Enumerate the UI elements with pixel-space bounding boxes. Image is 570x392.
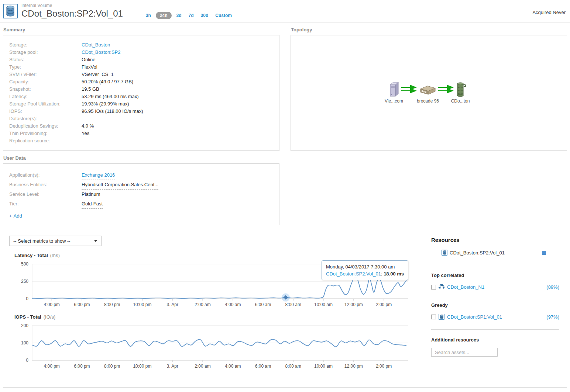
internal-volume-icon	[3, 4, 18, 18]
tooltip-timestamp: Monday, 04/03/2017 7:30:00 am	[326, 263, 404, 270]
user-data-row: Application(s):Exchange 2016	[9, 170, 273, 180]
user-data-row: Tier:Gold-Fast	[9, 199, 273, 209]
resource-checkbox[interactable]	[431, 315, 436, 319]
user-data-row: Business Entities:Hybridsoft Corporation…	[9, 180, 273, 190]
user-data-section-title: User Data	[3, 155, 567, 161]
main-content: Summary Storage:CDot_Boston Storage pool…	[0, 22, 570, 391]
field-label: SVM / vFiler:	[9, 71, 82, 78]
time-range-7d[interactable]: 7d	[186, 12, 196, 19]
correlated-resource-link[interactable]: CDot_Boston_N1	[447, 284, 484, 290]
node-icon	[439, 284, 444, 290]
field-label: Thin Provisioning:	[9, 130, 82, 137]
user-data-row: Service Level:Platinum	[9, 190, 273, 199]
svg-text:10:00 pm: 10:00 pm	[133, 302, 151, 307]
greedy-heading: Greedy	[431, 302, 559, 308]
svg-text:3. Apr: 3. Apr	[167, 302, 178, 307]
time-range-selector: 3h 24h 3d 7d 30d Custom	[144, 12, 234, 19]
svg-text:8:00 am: 8:00 am	[285, 302, 301, 307]
business-entities-value[interactable]: Hybridsoft Corporation.Sales.Cent...	[82, 180, 158, 190]
correlation-percent: (89%)	[546, 284, 559, 290]
search-assets-input[interactable]	[431, 348, 498, 357]
svg-text:4:00 pm: 4:00 pm	[44, 302, 59, 307]
snapshot-value: 19.5 GB	[82, 86, 99, 93]
storage-pool-link[interactable]: CDot_Boston:SP2	[82, 49, 121, 56]
status-value: Online	[82, 56, 96, 63]
resources-title: Resources	[431, 237, 559, 243]
svg-text:4:00 am: 4:00 am	[225, 302, 241, 307]
topology-section: Topology	[291, 25, 567, 151]
pool-utilization-value: 19.93% (29.99% max)	[82, 100, 129, 108]
svg-text:0: 0	[26, 358, 28, 363]
summary-row: Replication source:	[9, 137, 273, 145]
topology-section-title: Topology	[291, 27, 567, 32]
summary-row: Storage Pool Utilization:19.93% (29.99% …	[9, 100, 273, 108]
summary-row: SVM / vFiler:VServer_CS_1	[9, 71, 273, 78]
field-label: Storage Pool Utilization:	[9, 100, 82, 108]
greedy-resource-row: CDot_Boston:SP1:Vol_01 (97%)	[431, 314, 559, 320]
svg-text:2:00 am: 2:00 am	[195, 302, 210, 307]
user-data-panel: Application(s):Exchange 2016 Business En…	[3, 163, 279, 225]
summary-row: Type:FlexVol	[9, 63, 273, 71]
summary-section-title: Summary	[3, 27, 279, 32]
summary-section: Summary Storage:CDot_Boston Storage pool…	[3, 25, 279, 151]
field-label: Service Level:	[9, 190, 82, 199]
plus-icon	[9, 213, 14, 219]
iops-value: 96.95 IO/s (118.00 IO/s max)	[82, 108, 143, 115]
time-range-3d[interactable]: 3d	[174, 12, 184, 19]
time-range-3h[interactable]: 3h	[144, 12, 153, 19]
application-link[interactable]: Exchange 2016	[82, 170, 115, 180]
service-level-value[interactable]: Platinum	[82, 190, 100, 199]
time-range-24h-selected[interactable]: 24h	[156, 12, 172, 19]
iops-chart[interactable]: 01002004:00 pm6:00 pm8:00 pm10:00 pm3. A…	[9, 321, 420, 371]
resource-checkbox[interactable]	[431, 285, 436, 289]
time-range-custom[interactable]: Custom	[213, 12, 234, 19]
add-user-data-button[interactable]: Add	[9, 213, 22, 219]
field-label: Capacity:	[9, 78, 82, 86]
field-label: Replication source:	[9, 137, 82, 145]
tier-value[interactable]: Gold-Fast	[82, 199, 103, 209]
topology-switch-icon[interactable]	[420, 86, 435, 94]
field-label: IOPS:	[9, 108, 82, 115]
metrics-panel: -- Select metrics to show -- Latency - T…	[3, 230, 567, 388]
svg-text:8:00 pm: 8:00 pm	[104, 302, 120, 307]
svg-text:2:00 pm: 2:00 pm	[376, 302, 392, 307]
svg-text:100: 100	[21, 340, 28, 346]
svg-text:200: 200	[21, 323, 28, 328]
top-correlated-heading: Top correlated	[431, 273, 559, 278]
topology-panel: Vie...com brocade 96 CDo...ton	[291, 35, 567, 151]
series-color-swatch	[542, 251, 546, 255]
latency-chart-wrap: 02505004:00 pm6:00 pm8:00 pm10:00 pm3. A…	[9, 260, 420, 310]
topology-host-icon[interactable]	[390, 82, 398, 96]
select-metrics-dropdown[interactable]: -- Select metrics to show --	[9, 236, 102, 246]
volume-cylinder-icon	[6, 6, 15, 17]
svg-text:2:00 am: 2:00 am	[195, 364, 210, 369]
summary-row: Datastore(s):	[9, 115, 273, 122]
page: Internal Volume CDot_Boston:SP2:Vol_01 3…	[0, 0, 570, 392]
field-label: Deduplication Savings:	[9, 122, 82, 130]
charts-column: -- Select metrics to show -- Latency - T…	[3, 230, 420, 387]
acquired-status: Acquired Never	[532, 10, 566, 15]
svg-text:4:00 am: 4:00 am	[225, 364, 241, 369]
summary-row: Status:Online	[9, 56, 273, 63]
field-label: Business Entities:	[9, 180, 82, 190]
svg-text:0: 0	[26, 296, 28, 301]
time-range-30d[interactable]: 30d	[199, 12, 211, 19]
topology-storage-icon[interactable]	[457, 83, 466, 97]
greedy-resource-link[interactable]: CDot_Boston:SP1:Vol_01	[447, 314, 502, 320]
field-label: Tier:	[9, 199, 82, 209]
summary-row: IOPS:96.95 IO/s (118.00 IO/s max)	[9, 108, 273, 115]
additional-resources-heading: Additional resources	[431, 337, 559, 343]
svm-value: VServer_CS_1	[82, 71, 114, 78]
summary-row: Storage pool:CDot_Boston:SP2	[9, 49, 273, 56]
field-label: Storage pool:	[9, 49, 82, 56]
svg-text:12:00 pm: 12:00 pm	[344, 302, 363, 307]
storage-link[interactable]: CDot_Boston	[82, 41, 110, 49]
svg-text:10:00 pm: 10:00 pm	[133, 364, 151, 369]
iops-chart-title: IOPS - Total(IO/s)	[14, 314, 420, 320]
summary-row: Deduplication Savings:4.0 %	[9, 122, 273, 130]
summary-row: Storage:CDot_Boston	[9, 41, 273, 49]
field-label: Status:	[9, 56, 82, 63]
svg-text:10:00 am: 10:00 am	[314, 302, 333, 307]
title-block: Internal Volume CDot_Boston:SP2:Vol_01	[21, 3, 123, 19]
svg-text:6:00 pm: 6:00 pm	[74, 302, 90, 307]
